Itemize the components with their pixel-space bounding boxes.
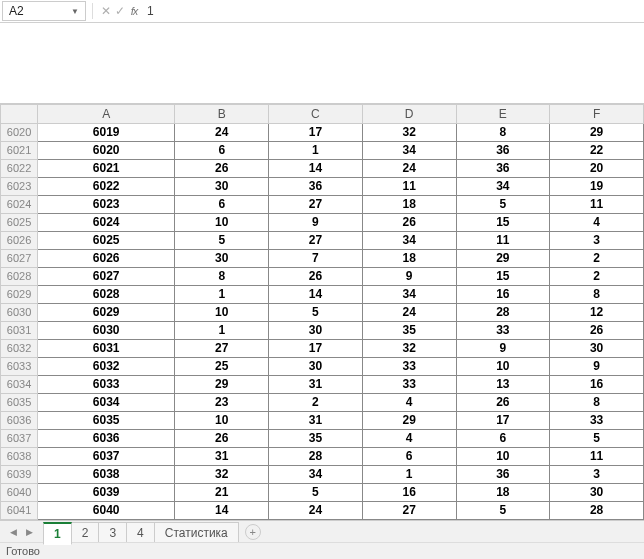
col-header[interactable]: D [362,105,456,124]
cell[interactable]: 28 [550,502,644,520]
cell[interactable]: 36 [456,142,550,160]
cell[interactable]: 6036 [38,430,175,448]
col-header[interactable]: C [269,105,363,124]
cell[interactable]: 6037 [38,448,175,466]
cell[interactable]: 14 [269,286,363,304]
row-header[interactable]: 6034 [1,376,38,394]
cell[interactable]: 28 [269,448,363,466]
table-row[interactable]: 6027602630718292 [1,250,644,268]
table-row[interactable]: 60316030130353326 [1,322,644,340]
cell[interactable]: 6031 [38,340,175,358]
table-row[interactable]: 603760362635465 [1,430,644,448]
cell[interactable]: 36 [456,160,550,178]
cell[interactable]: 6030 [38,322,175,340]
cell[interactable]: 17 [269,340,363,358]
cell[interactable]: 14 [269,160,363,178]
name-box[interactable]: A2 ▼ [2,1,86,21]
cell[interactable]: 17 [269,124,363,142]
cell[interactable]: 1 [269,142,363,160]
table-row[interactable]: 60326031271732930 [1,340,644,358]
cell[interactable]: 26 [550,322,644,340]
cell[interactable]: 31 [269,376,363,394]
worksheet[interactable]: A B C D E F 6020601924173282960216020613… [0,104,644,521]
cell[interactable]: 1 [362,466,456,484]
table-row[interactable]: 60416040142427528 [1,502,644,520]
cell[interactable]: 30 [269,358,363,376]
cell[interactable]: 34 [362,286,456,304]
table-row[interactable]: 6026602552734113 [1,232,644,250]
cell[interactable]: 19 [550,178,644,196]
cell[interactable]: 33 [550,412,644,430]
cell[interactable]: 6020 [38,142,175,160]
row-header[interactable]: 6025 [1,214,38,232]
cell[interactable]: 11 [456,232,550,250]
cell[interactable]: 26 [456,394,550,412]
cell[interactable]: 4 [362,430,456,448]
col-header[interactable]: B [175,105,269,124]
row-header[interactable]: 6031 [1,322,38,340]
cell[interactable]: 22 [550,142,644,160]
cell[interactable]: 27 [362,502,456,520]
row-header[interactable]: 6029 [1,286,38,304]
cell[interactable]: 12 [550,304,644,322]
cell[interactable]: 18 [362,250,456,268]
cell[interactable]: 30 [269,322,363,340]
cell[interactable]: 10 [175,214,269,232]
column-headers[interactable]: A B C D E F [1,105,644,124]
cell[interactable]: 27 [269,232,363,250]
cell[interactable]: 11 [362,178,456,196]
cell[interactable]: 7 [269,250,363,268]
cell[interactable]: 6021 [38,160,175,178]
cell[interactable]: 6023 [38,196,175,214]
table-row[interactable]: 60206019241732829 [1,124,644,142]
table-row[interactable]: 602860278269152 [1,268,644,286]
row-header[interactable]: 6038 [1,448,38,466]
sheet-tab[interactable]: 4 [126,522,155,543]
cell[interactable]: 36 [269,178,363,196]
cell[interactable]: 4 [550,214,644,232]
cell[interactable]: 26 [175,160,269,178]
row-header[interactable]: 6028 [1,268,38,286]
row-header[interactable]: 6033 [1,358,38,376]
row-header[interactable]: 6023 [1,178,38,196]
cell[interactable]: 2 [550,250,644,268]
cell[interactable]: 6024 [38,214,175,232]
cell[interactable]: 6035 [38,412,175,430]
cell[interactable]: 34 [362,232,456,250]
col-header[interactable]: A [38,105,175,124]
cell[interactable]: 32 [362,124,456,142]
sheet-tab[interactable]: 2 [71,522,100,543]
col-header[interactable]: E [456,105,550,124]
cell[interactable]: 16 [362,484,456,502]
table-row[interactable]: 6039603832341363 [1,466,644,484]
cell[interactable]: 3 [550,232,644,250]
cell[interactable]: 10 [175,304,269,322]
cell[interactable]: 5 [456,196,550,214]
cell[interactable]: 10 [456,358,550,376]
cell[interactable]: 34 [269,466,363,484]
cell[interactable]: 30 [175,250,269,268]
cell[interactable]: 27 [175,340,269,358]
tab-next-icon[interactable]: ▶ [22,525,36,539]
cell[interactable]: 8 [175,268,269,286]
cell[interactable]: 10 [175,412,269,430]
cell[interactable]: 11 [550,448,644,466]
formula-input[interactable]: 1 [141,4,644,18]
cell[interactable]: 6033 [38,376,175,394]
table-row[interactable]: 60306029105242812 [1,304,644,322]
cell[interactable]: 6028 [38,286,175,304]
table-row[interactable]: 60386037312861011 [1,448,644,466]
cell[interactable]: 5 [175,232,269,250]
cell[interactable]: 1 [175,322,269,340]
cell[interactable]: 33 [456,322,550,340]
cell[interactable]: 23 [175,394,269,412]
add-sheet-button[interactable]: + [245,524,261,540]
cell[interactable]: 13 [456,376,550,394]
table-row[interactable]: 6024602362718511 [1,196,644,214]
cell[interactable]: 16 [456,286,550,304]
cell[interactable]: 35 [269,430,363,448]
row-header[interactable]: 6041 [1,502,38,520]
row-header[interactable]: 6035 [1,394,38,412]
sheet-tab[interactable]: 1 [43,522,72,545]
cell[interactable]: 2 [269,394,363,412]
